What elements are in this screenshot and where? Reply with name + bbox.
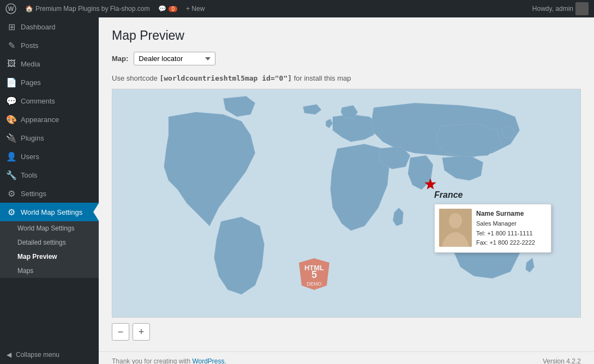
- sidebar-item-media[interactable]: 🖼 Media: [0, 54, 99, 73]
- version-text: Version 4.2.2: [543, 357, 581, 364]
- pages-icon: 📄: [7, 77, 16, 87]
- world-map-submenu: World Map Settings Detailed settings Map…: [0, 221, 99, 278]
- shortcode-text: Use shortcode [worldcountrieshtml5map id…: [112, 74, 581, 82]
- popup-photo: [439, 209, 472, 247]
- sidebar-item-comments[interactable]: 💬 Comments: [0, 92, 99, 110]
- map-container[interactable]: France Name Surname Sales: [112, 89, 581, 318]
- map-label: Map:: [112, 54, 128, 63]
- sidebar-item-world-map[interactable]: ⚙ World Map Settings: [0, 203, 99, 221]
- html5-badge: HTML 5 DEMO: [298, 257, 331, 290]
- wordpress-link[interactable]: WordPress.: [192, 357, 226, 364]
- popup-text: Name Surname Sales Manager Tel: +1 800 1…: [476, 209, 535, 248]
- zoom-out-button[interactable]: −: [112, 323, 129, 341]
- sidebar-item-appearance[interactable]: 🎨 Appearance: [0, 110, 99, 129]
- footer-text: Thank you for creating with WordPress.: [112, 357, 226, 364]
- wp-logo[interactable]: W: [5, 3, 16, 14]
- page-title: Map Preview: [112, 28, 581, 43]
- content-inner: Map Preview Map: Dealer locator Use shor…: [99, 17, 594, 351]
- sidebar-item-users[interactable]: 👤 Users: [0, 147, 99, 166]
- comments-link[interactable]: 💬 0: [158, 5, 177, 13]
- appearance-icon: 🎨: [7, 114, 16, 124]
- site-name[interactable]: 🏠 Premium Map Plugins by Fla-shop.com: [25, 5, 149, 13]
- zoom-in-button[interactable]: +: [133, 323, 150, 341]
- sidebar-item-settings[interactable]: ⚙ Settings: [0, 184, 99, 203]
- media-icon: 🖼: [7, 59, 16, 69]
- submenu-detailed-settings[interactable]: Detailed settings: [0, 235, 99, 250]
- plugins-icon: 🔌: [7, 133, 16, 143]
- content-area: Map Preview Map: Dealer locator Use shor…: [99, 17, 594, 364]
- info-popup: Name Surname Sales Manager Tel: +1 800 1…: [434, 204, 551, 253]
- submenu-world-map-settings[interactable]: World Map Settings: [0, 221, 99, 235]
- sidebar-item-plugins[interactable]: 🔌 Plugins: [0, 129, 99, 147]
- svg-text:DEMO: DEMO: [307, 281, 322, 287]
- home-icon: 🏠: [25, 5, 33, 13]
- map-select[interactable]: Dealer locator: [134, 52, 215, 65]
- world-map-svg: [112, 89, 580, 317]
- sidebar-item-pages[interactable]: 📄 Pages: [0, 73, 99, 92]
- france-marker: [424, 178, 435, 189]
- users-icon: 👤: [7, 151, 16, 161]
- collapse-menu-button[interactable]: ◀ Collapse menu: [0, 345, 99, 364]
- france-label: France: [434, 190, 463, 200]
- user-avatar: [575, 2, 589, 15]
- submenu-map-preview[interactable]: Map Preview: [0, 250, 99, 264]
- world-map-icon: ⚙: [7, 207, 16, 217]
- sidebar-item-tools[interactable]: 🔧 Tools: [0, 166, 99, 184]
- main-layout: ⊞ Dashboard ✎ Posts 🖼 Media 📄 Pages 💬 Co…: [0, 17, 594, 364]
- howdy-user[interactable]: Howdy, admin: [532, 2, 589, 15]
- map-controls: − +: [112, 323, 581, 341]
- tools-icon: 🔧: [7, 170, 16, 180]
- comment-icon: 💬: [158, 5, 166, 13]
- settings-icon: ⚙: [7, 189, 16, 198]
- submenu-maps[interactable]: Maps: [0, 264, 99, 278]
- map-selector-row: Map: Dealer locator: [112, 52, 581, 65]
- admin-bar: W 🏠 Premium Map Plugins by Fla-shop.com …: [0, 0, 594, 17]
- sidebar-item-posts[interactable]: ✎ Posts: [0, 36, 99, 54]
- collapse-icon: ◀: [7, 351, 11, 359]
- content-footer: Thank you for creating with WordPress. V…: [99, 351, 594, 364]
- dashboard-icon: ⊞: [7, 22, 16, 32]
- svg-marker-3: [425, 179, 436, 189]
- comments-icon: 💬: [7, 96, 16, 106]
- svg-text:5: 5: [311, 269, 317, 280]
- posts-icon: ✎: [7, 40, 16, 50]
- sidebar-item-dashboard[interactable]: ⊞ Dashboard: [0, 17, 99, 36]
- sidebar: ⊞ Dashboard ✎ Posts 🖼 Media 📄 Pages 💬 Co…: [0, 17, 99, 364]
- svg-point-5: [449, 213, 462, 228]
- svg-text:W: W: [8, 5, 14, 12]
- new-content-button[interactable]: + New: [186, 5, 205, 13]
